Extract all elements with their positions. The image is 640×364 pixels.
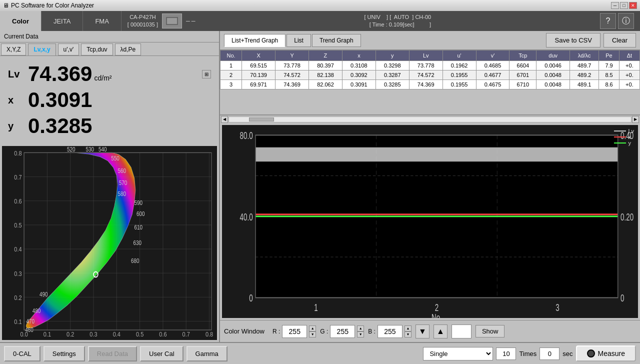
legend-x: x bbox=[628, 134, 631, 140]
svg-text:0.1: 0.1 bbox=[44, 330, 51, 338]
x-label: x bbox=[8, 94, 28, 106]
scroll-track[interactable] bbox=[228, 116, 632, 122]
col-duv: duv bbox=[536, 50, 570, 61]
g-input[interactable] bbox=[330, 325, 355, 338]
color-window-label: Color Window bbox=[224, 328, 264, 335]
settings-button[interactable]: Settings bbox=[44, 346, 85, 362]
svg-text:0.3: 0.3 bbox=[90, 330, 97, 338]
svg-text:680: 680 bbox=[131, 258, 140, 264]
svg-text:600: 600 bbox=[136, 211, 145, 218]
legend-y: y bbox=[628, 140, 631, 146]
b-input-group: B : ▲ ▼ bbox=[368, 325, 412, 338]
tab-ld[interactable]: λd,Pe bbox=[115, 44, 142, 56]
legend-lv: Lv bbox=[628, 128, 634, 134]
g-input-group: G : ▲ ▼ bbox=[320, 325, 364, 338]
read-data-button[interactable]: Read Data bbox=[88, 346, 137, 362]
svg-text:0.2: 0.2 bbox=[66, 330, 74, 338]
tab-lvxy[interactable]: Lv,x,y bbox=[28, 44, 56, 56]
svg-text:3: 3 bbox=[556, 302, 559, 314]
color-swatch bbox=[452, 324, 472, 338]
svg-text:570: 570 bbox=[119, 180, 128, 186]
svg-text:560: 560 bbox=[118, 168, 126, 174]
times-input[interactable] bbox=[496, 348, 516, 360]
zero-cal-button[interactable]: 0-CAL bbox=[4, 346, 40, 362]
data-table: No. X Y Z x y Lv u' v' Tcp duv λd/λc bbox=[220, 50, 640, 90]
svg-rect-71 bbox=[256, 148, 618, 162]
sec-input[interactable] bbox=[540, 348, 560, 360]
r-spin-up[interactable]: ▲ bbox=[309, 326, 316, 332]
help-button[interactable]: ? bbox=[600, 13, 616, 29]
show-button[interactable]: Show bbox=[476, 325, 505, 338]
tab-xyz[interactable]: X,Y,Z bbox=[1, 44, 26, 56]
expand-button[interactable]: ⊞ bbox=[202, 70, 211, 78]
title-bar: 🖥 PC Software for Color Analyzer ─ □ ✕ bbox=[0, 0, 640, 11]
scroll-thumb[interactable] bbox=[249, 118, 274, 122]
col-u: u' bbox=[442, 50, 476, 61]
b-input[interactable] bbox=[378, 325, 402, 338]
table-row: 270.13974.57282.1380.30920.328774.5720.1… bbox=[220, 70, 640, 80]
scroll-right-button[interactable]: ▶ bbox=[632, 116, 639, 123]
tab-tcp[interactable]: Tcp,duv bbox=[81, 44, 112, 56]
r-input[interactable] bbox=[282, 325, 307, 338]
g-spin-down[interactable]: ▼ bbox=[357, 332, 364, 338]
color-down-button[interactable]: ▼ bbox=[416, 324, 430, 338]
svg-text:0.3: 0.3 bbox=[14, 270, 22, 278]
gamma-button[interactable]: Gamma bbox=[186, 346, 228, 362]
tab-upvp[interactable]: u',v' bbox=[58, 44, 80, 56]
svg-text:80.0: 80.0 bbox=[240, 130, 253, 142]
tab-fma[interactable]: FMA bbox=[83, 11, 121, 31]
r-spin-down[interactable]: ▼ bbox=[309, 332, 316, 338]
tab-jeita[interactable]: JEITA bbox=[42, 11, 83, 31]
svg-text:0.2: 0.2 bbox=[14, 294, 22, 302]
color-up-button[interactable]: ▲ bbox=[434, 324, 448, 338]
user-cal-button[interactable]: User Cal bbox=[140, 346, 184, 362]
svg-text:0.6: 0.6 bbox=[14, 198, 22, 205]
svg-text:630: 630 bbox=[133, 240, 142, 246]
save-csv-button[interactable]: Save to CSV bbox=[546, 33, 600, 48]
sec-label: sec bbox=[562, 350, 572, 358]
svg-text:470: 470 bbox=[26, 318, 35, 324]
clear-button[interactable]: Clear bbox=[604, 33, 636, 48]
col-lv: Lv bbox=[409, 50, 442, 61]
maximize-button[interactable]: □ bbox=[620, 2, 628, 9]
scroll-left-button[interactable]: ◀ bbox=[221, 116, 228, 123]
svg-text:610: 610 bbox=[134, 224, 143, 230]
b-spin-up[interactable]: ▲ bbox=[404, 326, 412, 332]
lv-unit: cd/m² bbox=[94, 74, 112, 82]
svg-text:490: 490 bbox=[40, 291, 48, 298]
x-value: 0.3091 bbox=[28, 88, 92, 112]
measure-mode-select[interactable]: Single Continuous Average bbox=[423, 347, 493, 360]
svg-text:550: 550 bbox=[111, 156, 120, 162]
svg-text:0.1: 0.1 bbox=[14, 318, 22, 326]
device-icon bbox=[162, 14, 182, 28]
cie-chart: 0.8 0.7 0.6 0.5 0.4 0.3 0.2 0.1 0.0 0.1 … bbox=[2, 146, 217, 340]
minimize-button[interactable]: ─ bbox=[611, 2, 619, 9]
svg-text:480: 480 bbox=[32, 308, 41, 314]
tab-list-trend[interactable]: List+Trend Graph bbox=[224, 34, 286, 47]
data-table-container: No. X Y Z x y Lv u' v' Tcp duv λd/λc bbox=[220, 50, 640, 115]
app-title: PC Software for Color Analyzer bbox=[11, 2, 94, 9]
y-value: 0.3285 bbox=[28, 114, 92, 138]
svg-text:0.5: 0.5 bbox=[136, 330, 144, 338]
r-input-group: R : ▲ ▼ bbox=[272, 325, 316, 338]
times-label: Times bbox=[519, 350, 536, 358]
b-spin-down[interactable]: ▼ bbox=[404, 332, 412, 338]
svg-text:0.8: 0.8 bbox=[14, 150, 22, 157]
tab-list[interactable]: List bbox=[286, 34, 311, 47]
bottom-bar: 0-CAL Settings Read Data User Cal Gamma … bbox=[0, 342, 640, 364]
svg-text:0: 0 bbox=[620, 292, 624, 304]
tab-trend[interactable]: Trend Graph bbox=[312, 34, 361, 47]
g-spin-up[interactable]: ▲ bbox=[357, 326, 364, 332]
svg-text:No.: No. bbox=[432, 312, 442, 318]
tab-color[interactable]: Color bbox=[0, 11, 42, 31]
svg-text:40.0: 40.0 bbox=[240, 211, 253, 223]
table-row: 369.97174.36982.0620.30910.328574.3690.1… bbox=[220, 80, 640, 90]
col-pe: Pe bbox=[599, 50, 620, 61]
col-tcp: Tcp bbox=[510, 50, 536, 61]
measure-button[interactable]: Measure bbox=[576, 346, 636, 362]
measurement-tabs: X,Y,Z Lv,x,y u',v' Tcp,duv λd,Pe bbox=[0, 42, 219, 56]
table-row: 169.51573.77880.3970.31080.329873.7780.1… bbox=[220, 61, 640, 70]
close-button[interactable]: ✕ bbox=[629, 2, 637, 9]
info-button[interactable]: ⓘ bbox=[618, 13, 634, 29]
svg-text:520: 520 bbox=[67, 146, 76, 152]
